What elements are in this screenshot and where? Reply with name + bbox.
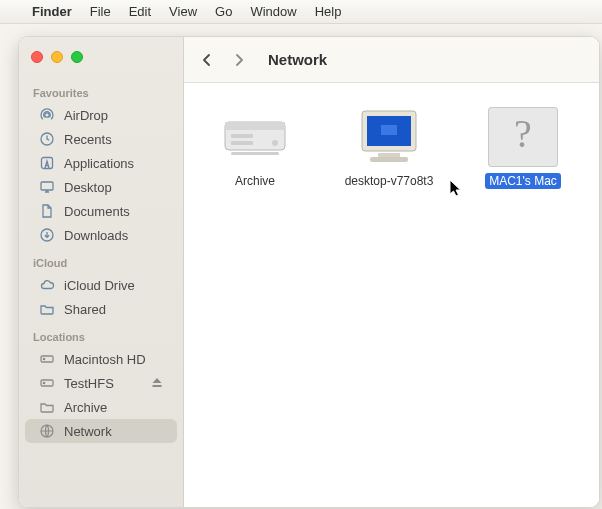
sidebar-item-label: Shared xyxy=(64,302,106,317)
svg-point-14 xyxy=(272,140,278,146)
sidebar-item-label: iCloud Drive xyxy=(64,278,135,293)
sidebar-item-label: Network xyxy=(64,424,112,439)
svg-point-0 xyxy=(45,113,49,117)
sidebar-item-airdrop[interactable]: AirDrop xyxy=(25,103,177,127)
eject-icon[interactable] xyxy=(151,377,163,389)
sidebar-item-label: TestHFS xyxy=(64,376,114,391)
sidebar-item-label: Archive xyxy=(64,400,107,415)
toolbar: Network xyxy=(184,37,599,83)
menu-help[interactable]: Help xyxy=(315,4,342,19)
desktop-icon xyxy=(39,179,55,195)
menu-file[interactable]: File xyxy=(90,4,111,19)
network-item-desktop-pc[interactable]: desktop-v77o8t3 xyxy=(336,107,442,189)
sidebar-item-label: Downloads xyxy=(64,228,128,243)
sidebar-item-testhfs[interactable]: TestHFS xyxy=(25,371,177,395)
sidebar-item-shared[interactable]: Shared xyxy=(25,297,177,321)
svg-rect-20 xyxy=(370,157,408,162)
svg-rect-15 xyxy=(231,152,279,155)
sidebar-item-label: Recents xyxy=(64,132,112,147)
sidebar-item-desktop[interactable]: Desktop xyxy=(25,175,177,199)
svg-rect-11 xyxy=(225,122,285,130)
network-item-label: desktop-v77o8t3 xyxy=(341,173,438,189)
svg-rect-13 xyxy=(231,141,253,145)
sidebar-section-locations: Locations xyxy=(19,321,183,347)
network-item-archive[interactable]: Archive xyxy=(202,107,308,189)
network-item-mac[interactable]: ? MAC1's Mac xyxy=(470,107,576,189)
unknown-device-icon: ? xyxy=(488,107,558,167)
svg-rect-12 xyxy=(231,134,253,138)
icon-view[interactable]: Archive desktop-v77o8t3 xyxy=(184,83,599,507)
menubar: Finder File Edit View Go Window Help xyxy=(0,0,602,24)
menu-go[interactable]: Go xyxy=(215,4,232,19)
location-title: Network xyxy=(268,51,327,68)
cloud-icon xyxy=(39,277,55,293)
hdd-icon xyxy=(39,351,55,367)
svg-rect-3 xyxy=(41,182,53,190)
sidebar-item-label: Macintosh HD xyxy=(64,352,146,367)
sidebar-item-recents[interactable]: Recents xyxy=(25,127,177,151)
sidebar-item-documents[interactable]: Documents xyxy=(25,199,177,223)
svg-point-6 xyxy=(43,358,44,359)
window-controls xyxy=(19,47,183,77)
app-menu[interactable]: Finder xyxy=(32,4,72,19)
sidebar-section-icloud: iCloud xyxy=(19,247,183,273)
clock-icon xyxy=(39,131,55,147)
back-button[interactable] xyxy=(196,49,218,71)
minimize-button[interactable] xyxy=(51,51,63,63)
hdd-icon xyxy=(39,375,55,391)
sidebar-item-label: Desktop xyxy=(64,180,112,195)
sidebar-item-icloud-drive[interactable]: iCloud Drive xyxy=(25,273,177,297)
zoom-button[interactable] xyxy=(71,51,83,63)
forward-button[interactable] xyxy=(228,49,250,71)
svg-point-8 xyxy=(43,382,44,383)
applications-icon xyxy=(39,155,55,171)
pc-monitor-icon xyxy=(354,107,424,167)
sidebar-item-macintosh-hd[interactable]: Macintosh HD xyxy=(25,347,177,371)
document-icon xyxy=(39,203,55,219)
svg-text:?: ? xyxy=(514,111,532,156)
sidebar-item-applications[interactable]: Applications xyxy=(25,151,177,175)
airdrop-icon xyxy=(39,107,55,123)
server-icon xyxy=(220,107,290,167)
globe-icon xyxy=(39,423,55,439)
close-button[interactable] xyxy=(31,51,43,63)
sidebar-item-label: Applications xyxy=(64,156,134,171)
shared-folder-icon xyxy=(39,301,55,317)
sidebar-section-favourites: Favourites xyxy=(19,77,183,103)
sidebar-item-label: Documents xyxy=(64,204,130,219)
sidebar-item-network[interactable]: Network xyxy=(25,419,177,443)
svg-rect-18 xyxy=(381,125,397,135)
sidebar: Favourites AirDrop Recents Applications … xyxy=(19,37,184,507)
sidebar-item-archive[interactable]: Archive xyxy=(25,395,177,419)
svg-rect-19 xyxy=(378,153,400,157)
network-item-label: Archive xyxy=(231,173,279,189)
sidebar-item-downloads[interactable]: Downloads xyxy=(25,223,177,247)
finder-window: Favourites AirDrop Recents Applications … xyxy=(18,36,600,508)
menu-edit[interactable]: Edit xyxy=(129,4,151,19)
sidebar-item-label: AirDrop xyxy=(64,108,108,123)
main-pane: Network Archive xyxy=(184,37,599,507)
network-item-label: MAC1's Mac xyxy=(485,173,561,189)
menu-window[interactable]: Window xyxy=(250,4,296,19)
folder-icon xyxy=(39,399,55,415)
download-icon xyxy=(39,227,55,243)
menu-view[interactable]: View xyxy=(169,4,197,19)
